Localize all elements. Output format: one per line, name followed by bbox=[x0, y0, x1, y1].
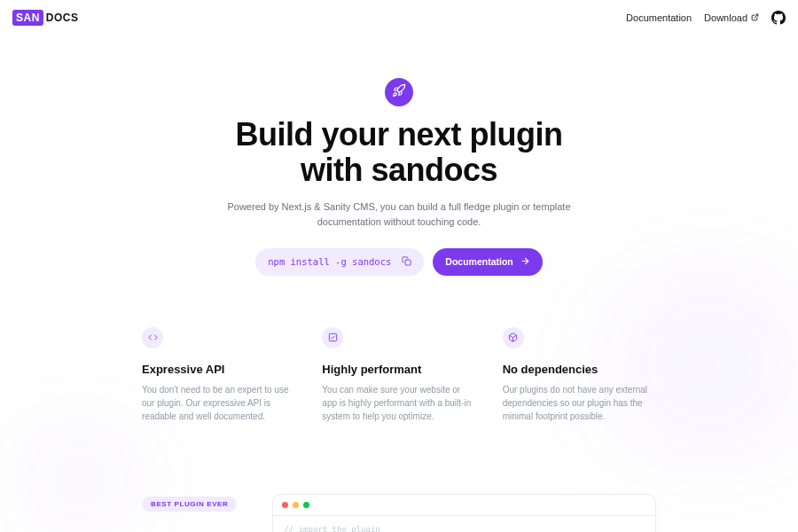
install-command[interactable]: npm install -g sandocs bbox=[255, 248, 424, 276]
code-window: // import the plugin bbox=[272, 494, 656, 532]
best-plugin-badge: BEST PLUGIN EVER bbox=[142, 497, 237, 512]
performance-icon bbox=[328, 330, 338, 346]
feature-title: No dependencies bbox=[503, 363, 656, 376]
top-nav: SAN DOCS Documentation Download bbox=[0, 0, 798, 35]
nav-download[interactable]: Download bbox=[704, 12, 759, 23]
feature-title: Expressive API bbox=[142, 363, 295, 376]
feature-title: Highly performant bbox=[322, 363, 475, 376]
feature-body: Our plugins do not have any external dep… bbox=[503, 383, 656, 423]
code-icon bbox=[148, 330, 158, 346]
cta-documentation-label: Documentation bbox=[445, 257, 512, 267]
hero-title-line2: with sandocs bbox=[301, 152, 497, 188]
copy-icon bbox=[402, 256, 411, 268]
github-link[interactable] bbox=[771, 11, 786, 25]
hero-ctas: npm install -g sandocs Documentation bbox=[255, 248, 543, 276]
features-grid: Expressive API You don't need to be an e… bbox=[0, 276, 798, 423]
hero: Build your next plugin with sandocs Powe… bbox=[0, 78, 798, 276]
nav-download-label: Download bbox=[704, 12, 747, 23]
install-command-text: npm install -g sandocs bbox=[268, 257, 391, 267]
arrow-right-icon bbox=[520, 256, 530, 268]
feature-icon-wrap bbox=[503, 327, 524, 348]
brand-rest: DOCS bbox=[46, 12, 79, 24]
nav-documentation[interactable]: Documentation bbox=[626, 12, 692, 23]
external-link-icon bbox=[751, 12, 759, 23]
hero-title-line1: Build your next plugin bbox=[236, 116, 563, 153]
code-window-titlebar bbox=[273, 495, 655, 516]
code-comment-line: // import the plugin bbox=[284, 525, 379, 532]
brand-chip: SAN bbox=[12, 10, 43, 26]
nav-links: Documentation Download bbox=[626, 11, 786, 25]
feature-body: You can make sure your website or app is… bbox=[322, 383, 475, 423]
cta-documentation-button[interactable]: Documentation bbox=[433, 248, 542, 276]
svg-line-0 bbox=[755, 14, 758, 18]
window-close-dot bbox=[282, 502, 288, 508]
code-window-body: // import the plugin bbox=[273, 516, 655, 532]
hero-subtitle: Powered by Next.js & Sanity CMS, you can… bbox=[222, 200, 576, 229]
brand-logo[interactable]: SAN DOCS bbox=[12, 10, 79, 26]
rocket-icon bbox=[392, 83, 406, 101]
feature-no-dependencies: No dependencies Our plugins do not have … bbox=[503, 327, 656, 423]
feature-icon-wrap bbox=[322, 327, 343, 348]
hero-icon-badge bbox=[385, 78, 413, 106]
lower-left: BEST PLUGIN EVER bbox=[142, 494, 237, 512]
window-min-dot bbox=[293, 502, 299, 508]
github-icon bbox=[771, 11, 786, 25]
svg-rect-1 bbox=[405, 260, 411, 265]
package-icon bbox=[508, 330, 518, 346]
lower-section: BEST PLUGIN EVER // import the plugin bbox=[0, 423, 798, 532]
hero-title: Build your next plugin with sandocs bbox=[35, 117, 763, 187]
feature-body: You don't need to be an expert to use ou… bbox=[142, 383, 295, 423]
nav-documentation-label: Documentation bbox=[626, 12, 692, 23]
feature-icon-wrap bbox=[142, 327, 163, 348]
feature-highly-performant: Highly performant You can make sure your… bbox=[322, 327, 475, 423]
feature-expressive-api: Expressive API You don't need to be an e… bbox=[142, 327, 295, 423]
window-max-dot bbox=[303, 502, 309, 508]
